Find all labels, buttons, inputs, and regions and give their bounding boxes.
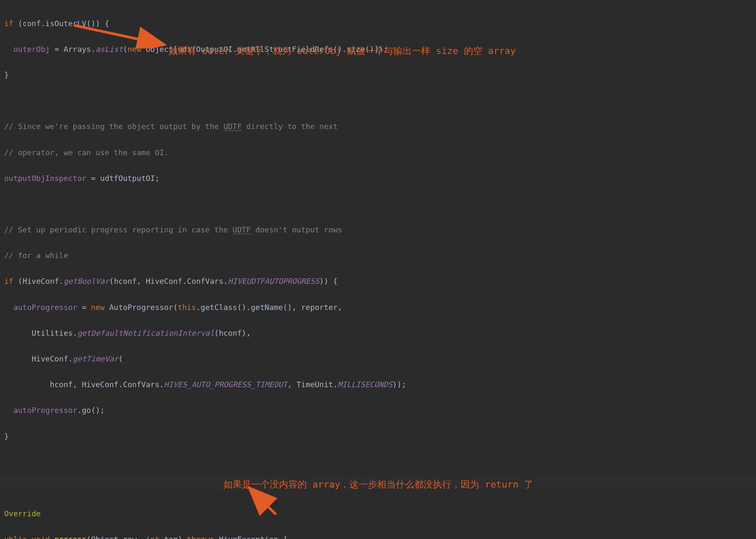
code-line: outputObjInspector = udtfOutputOI; (4, 172, 756, 185)
blank-line (4, 94, 756, 108)
code-line: hconf, HiveConf.ConfVars.HIVES_AUTO_PROG… (4, 378, 756, 391)
code-line: autoProgressor.go(); (4, 404, 756, 417)
code-line: // Since we're passing the object output… (4, 120, 756, 133)
code-line: if (conf.isOuterLV()) { (4, 17, 756, 30)
annotation-text-1: 如果有 outer 关键字，就为 outerObj 赋值一个与输出一样 size… (169, 43, 516, 59)
code-line: } (4, 430, 756, 443)
code-line: // for a while (4, 249, 756, 262)
blank-line (4, 198, 756, 211)
code-line: Override (4, 507, 756, 520)
code-line: HiveConf.getTimeVar( (4, 353, 756, 366)
code-line: // Set up periodic progress reporting in… (4, 224, 756, 237)
code-line: autoProgressor = new AutoProgressor(this… (4, 301, 756, 314)
blank-line (4, 456, 756, 469)
code-editor[interactable]: if (conf.isOuterLV()) { outerObj = Array… (4, 4, 756, 539)
code-line: ublic void process(Object row, int tag) … (4, 533, 756, 539)
code-line: // operator, we can use the same OI. (4, 146, 756, 159)
annotation-text-2: 如果是一个没内容的 array，这一步相当什么都没执行，因为 return 了 (223, 477, 533, 492)
code-line: if (HiveConf.getBoolVar(hconf, HiveConf.… (4, 275, 756, 288)
code-line: Utilities.getDefaultNotificationInterval… (4, 327, 756, 340)
code-line: } (4, 69, 756, 82)
